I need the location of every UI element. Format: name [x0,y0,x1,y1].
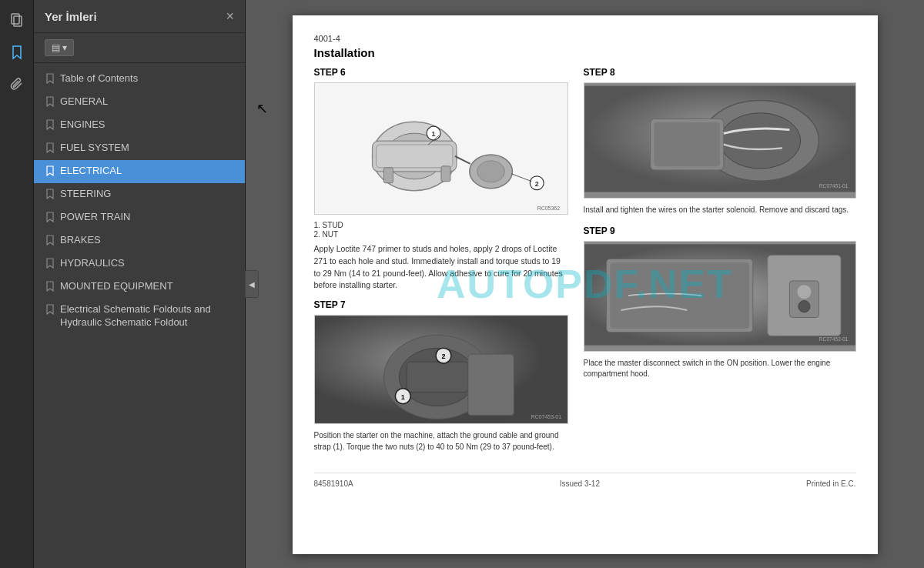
svg-rect-23 [467,354,514,416]
svg-point-8 [477,161,504,182]
bookmark-item-1[interactable]: GENERAL [34,91,245,114]
svg-text:1: 1 [400,393,404,401]
bookmark-icon-10 [46,304,54,317]
svg-rect-0 [12,14,19,24]
sidebar: Yer İmleri × ▤▾ Table of Contents GENERA… [34,0,246,568]
bookmark-list: Table of Contents GENERAL ENGINES FUEL S… [34,63,245,568]
section-title: Installation [314,46,856,59]
caption-item-1: 1. STUD [314,221,568,229]
svg-rect-33 [654,122,720,166]
svg-text:RC07453-01: RC07453-01 [531,414,561,419]
svg-point-41 [798,300,809,312]
bookmark-item-10[interactable]: Electrical Schematic Foldouts and Hydrau… [34,299,245,334]
bookmark-label-0: Table of Contents [60,72,138,85]
bookmark-icon-3 [46,142,54,155]
step6-diagram: 1 2 RC05362 [314,82,568,215]
bookmark-icon-4 [46,165,54,179]
bookmark-icon-5 [46,189,54,202]
bookmark-label-5: STEERING [60,188,111,201]
step8-label: STEP 8 [584,67,856,78]
bookmark-item-9[interactable]: MOUNTED EQUIPMENT [34,276,245,299]
step7-label: STEP 7 [314,299,568,310]
step7-image: 1 2 RC07453-01 [315,316,567,423]
bookmarks-icon[interactable] [5,40,29,65]
bookmark-label-1: GENERAL [60,95,108,109]
bookmark-item-8[interactable]: HYDRAULICS [34,252,245,276]
bookmark-icon-8 [46,258,54,271]
bookmark-label-9: MOUNTED EQUIPMENT [60,280,173,293]
pages-icon[interactable] [5,8,29,32]
step6-caption: 1. STUD 2. NUT [314,221,568,239]
sidebar-close-button[interactable]: × [226,9,234,23]
bookmark-icon-1 [46,96,54,109]
right-column: STEP 8 [584,67,856,462]
bookmark-item-5[interactable]: STEERING [34,183,245,206]
sidebar-toolbar: ▤▾ [34,33,245,63]
svg-rect-16 [383,168,393,183]
cursor: ↖ [256,100,268,117]
paperclip-icon[interactable] [5,72,29,97]
bookmark-item-0[interactable]: Table of Contents [34,68,245,91]
bookmark-icon-9 [46,281,54,294]
bookmark-label-6: POWER TRAIN [60,211,131,224]
step9-photo: RC07452-01 [584,241,856,352]
main-content: AUTOPDF.NET ↖ 4001-4 Installation STEP 6 [246,0,924,568]
bookmark-icon-6 [46,212,54,225]
svg-rect-22 [407,362,468,393]
step7-text: Position the starter on the machine, att… [314,430,568,453]
svg-point-31 [720,113,801,169]
svg-text:RC07452-01: RC07452-01 [819,336,848,341]
bookmark-label-2: ENGINES [60,119,105,132]
bookmark-label-8: HYDRAULICS [60,257,125,270]
sidebar-title: Yer İmleri [45,10,97,23]
bookmark-icon-0 [46,73,54,86]
page-two-column-layout: STEP 6 [314,67,856,462]
svg-text:RC05362: RC05362 [537,205,559,211]
step6-label: STEP 6 [314,67,568,78]
left-toolbar [0,0,34,568]
bookmark-item-7[interactable]: BRAKES [34,229,245,252]
left-column: STEP 6 [314,67,568,462]
sidebar-header: Yer İmleri × [34,0,245,33]
bookmark-icon-7 [46,235,54,248]
bookmark-view-toggle[interactable]: ▤▾ [45,39,74,56]
caption-item-2: 2. NUT [314,230,568,239]
bookmark-item-4[interactable]: ELECTRICAL [34,160,245,183]
step9-label: STEP 9 [584,226,856,236]
bookmark-label-10: Electrical Schematic Foldouts and Hydrau… [60,303,234,329]
bookmark-item-6[interactable]: POWER TRAIN [34,206,245,229]
footer-right: Printed in E.C. [806,479,855,488]
svg-rect-17 [441,166,450,182]
step7-photo: 1 2 RC07453-01 [314,315,568,424]
svg-point-40 [796,284,811,299]
step8-photo: RC07451-01 [584,82,856,199]
bookmark-label-3: FUEL SYSTEM [60,142,129,155]
step9-text: Place the master disconnect switch in th… [584,358,856,380]
svg-text:2: 2 [534,180,538,188]
step8-text: Install and tighten the wires on the sta… [584,205,856,216]
footer-center: Issued 3-12 [560,479,600,488]
footer-left: 84581910A [314,479,353,488]
step6-text: Apply Loctite 747 primer to studs and ho… [314,243,568,292]
svg-text:1: 1 [431,130,435,138]
document-page: 4001-4 Installation STEP 6 [293,15,878,554]
svg-text:2: 2 [441,352,445,360]
bookmark-label-7: BRAKES [60,234,101,247]
bookmark-item-2[interactable]: ENGINES [34,114,245,137]
page-number: 4001-4 [314,34,856,43]
svg-rect-6 [376,145,452,168]
svg-text:RC07451-01: RC07451-01 [819,183,848,189]
bookmark-icon-2 [46,119,54,132]
svg-rect-1 [14,16,22,26]
sidebar-collapse-button[interactable]: ◀ [245,270,259,298]
page-footer: 84581910A Issued 3-12 Printed in E.C. [314,473,856,488]
bookmark-label-4: ELECTRICAL [60,165,122,178]
bookmark-item-3[interactable]: FUEL SYSTEM [34,137,245,160]
